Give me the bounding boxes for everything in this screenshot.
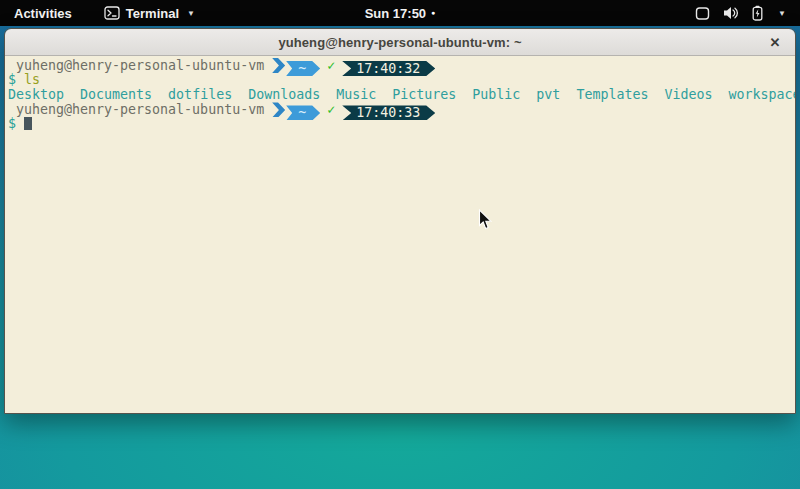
- dir-name: Desktop: [8, 87, 64, 102]
- terminal-window: yuheng@henry-personal-ubuntu-vm: ~ ✕ yuh…: [4, 28, 796, 414]
- notification-dot: ●: [431, 9, 435, 16]
- battery-charging-icon: [752, 5, 763, 21]
- prompt-time-segment: 17:40:33: [342, 105, 435, 120]
- dir-name: workspace: [728, 87, 796, 102]
- app-menu-label: Terminal: [126, 6, 179, 21]
- dir-name: Music: [336, 87, 376, 102]
- prompt-dollar: $: [8, 116, 16, 131]
- dir-name: pvt: [536, 87, 560, 102]
- terminal-cursor: [24, 117, 32, 130]
- app-menu-button[interactable]: Terminal ▼: [98, 0, 201, 26]
- dir-name: Documents: [80, 87, 152, 102]
- display-icon: [695, 6, 710, 21]
- dir-name: Videos: [664, 87, 712, 102]
- window-titlebar[interactable]: yuheng@henry-personal-ubuntu-vm: ~ ✕: [5, 29, 795, 56]
- dir-name: Templates: [576, 87, 648, 102]
- activities-button[interactable]: Activities: [0, 0, 86, 26]
- prompt-line-1: yuheng@henry-personal-ubuntu-vm~✓17:40:3…: [8, 58, 792, 73]
- top-bar-left: Activities Terminal ▼: [0, 0, 201, 26]
- top-bar: Activities Terminal ▼ Sun 17:50 ●: [0, 0, 800, 26]
- ls-output-line: DesktopDocumentsdotfilesDownloadsMusicPi…: [8, 88, 792, 103]
- prompt-dollar: $: [8, 72, 16, 87]
- typed-command: ls: [24, 72, 40, 87]
- clock-button[interactable]: Sun 17:50 ●: [355, 0, 446, 26]
- powerline-chevron-icon: [272, 58, 285, 73]
- window-title: yuheng@henry-personal-ubuntu-vm: ~: [278, 35, 521, 50]
- activities-label: Activities: [14, 6, 72, 21]
- chevron-down-icon: ▼: [187, 9, 195, 18]
- chevron-down-icon: ▼: [778, 9, 786, 18]
- check-icon: ✓: [327, 58, 335, 73]
- close-icon: ✕: [770, 35, 781, 50]
- check-icon: ✓: [327, 102, 335, 117]
- powerline-chevron-icon: [272, 102, 285, 117]
- close-button[interactable]: ✕: [765, 32, 785, 52]
- prompt-user-host: yuheng@henry-personal-ubuntu-vm: [16, 58, 264, 73]
- dir-name: dotfiles: [168, 87, 232, 102]
- volume-icon: [723, 6, 739, 20]
- system-menu-button[interactable]: ▼: [681, 0, 800, 26]
- prompt-line-2: yuheng@henry-personal-ubuntu-vm~✓17:40:3…: [8, 102, 792, 117]
- prompt-time-segment: 17:40:32: [342, 61, 435, 76]
- prompt-user-host: yuheng@henry-personal-ubuntu-vm: [16, 102, 264, 117]
- dir-name: Downloads: [248, 87, 320, 102]
- terminal-content[interactable]: yuheng@henry-personal-ubuntu-vm~✓17:40:3…: [5, 56, 795, 413]
- dir-name: Pictures: [392, 87, 456, 102]
- clock-label: Sun 17:50: [365, 6, 426, 21]
- dir-name: Public: [472, 87, 520, 102]
- terminal-icon: [104, 5, 120, 21]
